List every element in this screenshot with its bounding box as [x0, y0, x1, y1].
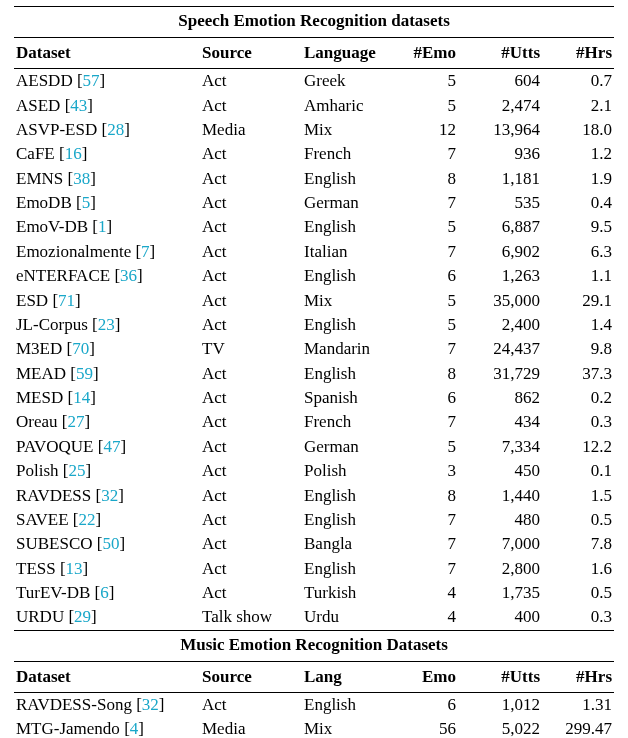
cell-utts: 35,000 — [458, 288, 542, 312]
cell-emo: 7 — [398, 240, 458, 264]
cell-utts: 7,334 — [458, 435, 542, 459]
cell-emo: 3 — [398, 459, 458, 483]
cell-hrs: 0.3 — [542, 605, 614, 630]
col-language: Lang — [302, 661, 398, 692]
col-emo: Emo — [398, 661, 458, 692]
citation-link[interactable]: 71 — [58, 291, 75, 310]
cell-language: French — [302, 142, 398, 166]
cell-language: Spanish — [302, 386, 398, 410]
cell-hrs: 0.5 — [542, 581, 614, 605]
cell-source: Act — [200, 435, 302, 459]
citation-link[interactable]: 32 — [142, 695, 159, 714]
citation-link[interactable]: 70 — [72, 339, 89, 358]
citation-link[interactable]: 6 — [100, 583, 109, 602]
cell-emo: 4 — [398, 605, 458, 630]
dataset-name: MESD — [16, 388, 63, 407]
cell-dataset: M3ED [70] — [14, 337, 200, 361]
dataset-name: SAVEE — [16, 510, 69, 529]
citation-link[interactable]: 27 — [67, 412, 84, 431]
citation-link[interactable]: 47 — [103, 437, 120, 456]
cell-language: Bangla — [302, 532, 398, 556]
citation-link[interactable]: 32 — [101, 486, 118, 505]
col-dataset: Dataset — [14, 661, 200, 692]
cell-emo: 7 — [398, 191, 458, 215]
cell-dataset: Oreau [27] — [14, 410, 200, 434]
dataset-name: JL-Corpus — [16, 315, 88, 334]
cell-hrs: 1.5 — [542, 483, 614, 507]
cell-dataset: PAVOQUE [47] — [14, 435, 200, 459]
cell-utts: 6,902 — [458, 240, 542, 264]
col-hrs: #Hrs — [542, 661, 614, 692]
cell-emo: 7 — [398, 532, 458, 556]
col-utts: #Utts — [458, 38, 542, 69]
cell-language: English — [302, 483, 398, 507]
dataset-name: Emozionalmente — [16, 242, 131, 261]
cell-source: Media — [200, 118, 302, 142]
citation-link[interactable]: 38 — [73, 169, 90, 188]
citation-link[interactable]: 43 — [70, 96, 87, 115]
citation-link[interactable]: 23 — [98, 315, 115, 334]
cell-dataset: RAVDESS-Song [32] — [14, 692, 200, 717]
cell-utts: 1,263 — [458, 264, 542, 288]
cell-emo: 8 — [398, 167, 458, 191]
citation-link[interactable]: 14 — [73, 388, 90, 407]
cell-source: Act — [200, 191, 302, 215]
cell-source: Act — [200, 264, 302, 288]
citation-link[interactable]: 13 — [66, 559, 83, 578]
cell-language: Mix — [302, 118, 398, 142]
dataset-name: MTG-Jamendo — [16, 719, 120, 738]
cell-source: Act — [200, 93, 302, 117]
citation-link[interactable]: 22 — [79, 510, 96, 529]
cell-emo: 7 — [398, 142, 458, 166]
cell-dataset: SUBESCO [50] — [14, 532, 200, 556]
col-source: Source — [200, 661, 302, 692]
cell-hrs: 2.1 — [542, 93, 614, 117]
cell-hrs: 0.5 — [542, 508, 614, 532]
cell-dataset: EMNS [38] — [14, 167, 200, 191]
citation-link[interactable]: 28 — [107, 120, 124, 139]
cell-dataset: TESS [13] — [14, 557, 200, 581]
cell-emo: 7 — [398, 508, 458, 532]
cell-source: Act — [200, 532, 302, 556]
citation-link[interactable]: 1 — [98, 217, 107, 236]
cell-source: TV — [200, 337, 302, 361]
cell-dataset: URDU [29] — [14, 605, 200, 630]
cell-dataset: ESD [71] — [14, 288, 200, 312]
cell-hrs: 0.2 — [542, 386, 614, 410]
cell-hrs: 18.0 — [542, 118, 614, 142]
cell-dataset: JL-Corpus [23] — [14, 313, 200, 337]
cell-source: Act — [200, 362, 302, 386]
citation-link[interactable]: 29 — [74, 607, 91, 626]
citation-link[interactable]: 57 — [83, 71, 100, 90]
citation-link[interactable]: 50 — [102, 534, 119, 553]
cell-dataset: EmoV-DB [1] — [14, 215, 200, 239]
cell-source: Act — [200, 386, 302, 410]
cell-emo: 8 — [398, 362, 458, 386]
citation-link[interactable]: 36 — [120, 266, 137, 285]
citation-link[interactable]: 25 — [68, 461, 85, 480]
cell-dataset: MESD [14] — [14, 386, 200, 410]
dataset-name: ASVP-ESD — [16, 120, 97, 139]
table-container: Speech Emotion Recognition datasetsDatas… — [0, 0, 628, 738]
cell-utts: 1,735 — [458, 581, 542, 605]
cell-dataset: MTG-Jamendo [4] — [14, 717, 200, 738]
cell-utts: 2,800 — [458, 557, 542, 581]
cell-utts: 1,012 — [458, 692, 542, 717]
cell-utts: 2,400 — [458, 313, 542, 337]
citation-link[interactable]: 16 — [65, 144, 82, 163]
citation-link[interactable]: 59 — [76, 364, 93, 383]
cell-language: English — [302, 215, 398, 239]
citation-link[interactable]: 7 — [141, 242, 150, 261]
cell-emo: 5 — [398, 435, 458, 459]
cell-language: German — [302, 191, 398, 215]
citation-link[interactable]: 5 — [82, 193, 91, 212]
dataset-name: M3ED — [16, 339, 62, 358]
cell-dataset: EmoDB [5] — [14, 191, 200, 215]
cell-language: Greek — [302, 69, 398, 94]
cell-utts: 6,887 — [458, 215, 542, 239]
cell-hrs: 1.9 — [542, 167, 614, 191]
cell-utts: 936 — [458, 142, 542, 166]
cell-language: English — [302, 362, 398, 386]
cell-hrs: 0.3 — [542, 410, 614, 434]
citation-link[interactable]: 4 — [130, 719, 139, 738]
